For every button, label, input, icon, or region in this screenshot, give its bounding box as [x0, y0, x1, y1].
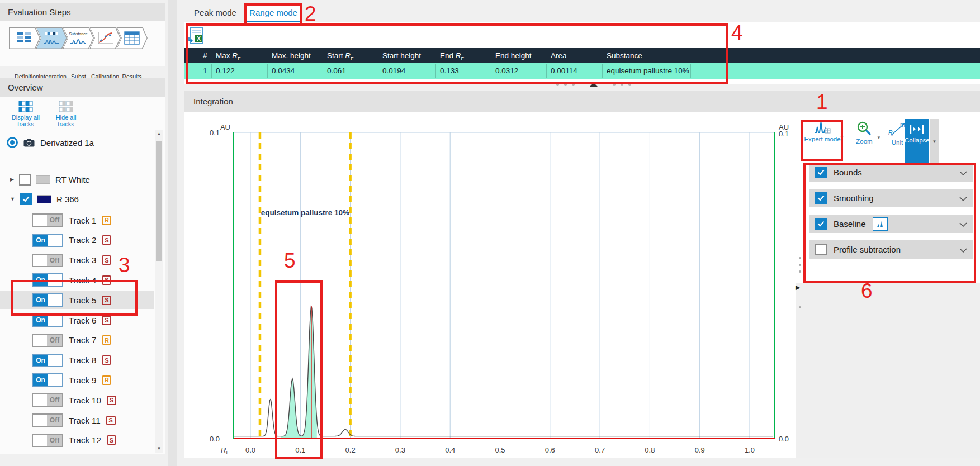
- scroll-down-icon[interactable]: ▼: [155, 446, 163, 451]
- group-label: R 366: [56, 194, 79, 204]
- track-row-track-5[interactable]: OnTrack 5S: [0, 291, 154, 309]
- analysis-item-derivatized-1a[interactable]: Derivatized 1a: [7, 134, 94, 151]
- track-row-track-7[interactable]: OffTrack 7R: [0, 331, 154, 349]
- track-row-track-12[interactable]: OffTrack 12S: [0, 431, 154, 449]
- track-visibility-toggle[interactable]: On: [32, 273, 63, 287]
- scroll-up-icon[interactable]: ▲: [155, 131, 163, 136]
- track-visibility-toggle[interactable]: On: [32, 354, 63, 367]
- hide-all-tracks-button[interactable]: Hide all tracks: [48, 101, 84, 127]
- table-header-row: #Max RFMax. heightStart RFStart heightEn…: [184, 48, 980, 63]
- track-visibility-toggle[interactable]: Off: [32, 334, 63, 347]
- scrollbar-thumb[interactable]: [156, 141, 162, 261]
- column-header[interactable]: End height: [495, 48, 532, 63]
- track-visibility-toggle[interactable]: Off: [32, 434, 63, 447]
- step-definition[interactable]: [9, 27, 40, 49]
- track-type-badge: S: [102, 355, 111, 365]
- step-results[interactable]: [116, 27, 148, 49]
- substance-assignment-step-icon: Substance: [69, 30, 88, 46]
- option-label: Smoothing: [834, 193, 874, 203]
- expand-caret-icon[interactable]: ▶: [10, 177, 14, 182]
- track-visibility-toggle[interactable]: On: [32, 234, 63, 247]
- chevron-down-icon[interactable]: ▼: [840, 135, 844, 141]
- track-visibility-toggle[interactable]: On: [32, 293, 63, 307]
- track-row-track-6[interactable]: OnTrack 6S: [0, 311, 154, 329]
- column-header[interactable]: #: [203, 48, 207, 63]
- column-header[interactable]: Start height: [382, 48, 421, 63]
- evaluation-steps-strip: Substance Definition Integrat: [0, 21, 165, 66]
- option-baseline[interactable]: Baseline: [809, 215, 973, 233]
- track-label: Track 10: [69, 396, 101, 405]
- step-substance-assignment[interactable]: Substance: [63, 27, 94, 49]
- check-icon: [817, 221, 825, 227]
- step-calibration[interactable]: [89, 27, 121, 49]
- track-row-track-3[interactable]: OffTrack 3S: [0, 251, 154, 269]
- column-separator: [690, 64, 691, 78]
- track-visibility-toggle[interactable]: Off: [32, 393, 63, 407]
- table-cell: 1: [203, 63, 207, 79]
- collapse-dropdown-button[interactable]: ▼: [930, 119, 939, 165]
- analysis-radio-selected[interactable]: [7, 137, 18, 148]
- track-visibility-toggle[interactable]: Off: [32, 213, 63, 227]
- x-tick-label: 0.6: [545, 446, 555, 454]
- option-checkbox[interactable]: [815, 244, 827, 255]
- x-axis-label: RF: [221, 446, 229, 455]
- track-type-badge: S: [102, 235, 111, 245]
- track-visibility-toggle[interactable]: Off: [32, 254, 63, 267]
- overview-title: Overview: [8, 83, 43, 92]
- peak-substance-label: equisetum pallustre 10%: [261, 208, 349, 217]
- column-separator: [267, 64, 268, 78]
- horizontal-splitter[interactable]: [556, 83, 631, 87]
- collapse-up-icon[interactable]: [590, 83, 598, 87]
- x-tick-label: 0.7: [595, 446, 605, 454]
- track-row-track-11[interactable]: OffTrack 11S: [0, 411, 154, 429]
- track-row-track-10[interactable]: OffTrack 10S: [0, 391, 154, 409]
- zoom-button[interactable]: ▼ Zoom: [849, 120, 880, 160]
- expert-mode-button[interactable]: ▼ Expert mode: [802, 120, 843, 160]
- step-integration[interactable]: [36, 27, 67, 49]
- group-checkbox-unchecked[interactable]: [19, 174, 31, 186]
- baseline-preview-icon[interactable]: [873, 217, 888, 231]
- display-all-tracks-button[interactable]: Display all tracks: [8, 101, 44, 127]
- chevron-down-icon[interactable]: ▼: [877, 135, 881, 141]
- export-to-excel-button[interactable]: X: [188, 27, 203, 47]
- group-row-rt-white[interactable]: ▶ RT White: [10, 171, 90, 188]
- column-header[interactable]: Substance: [607, 48, 642, 63]
- chevron-down-icon[interactable]: [959, 219, 967, 229]
- track-type-badge: S: [106, 416, 116, 425]
- track-row-track-1[interactable]: OffTrack 1R: [0, 211, 154, 229]
- group-checkbox-checked[interactable]: [20, 193, 32, 205]
- track-row-track-8[interactable]: OnTrack 8S: [0, 351, 154, 369]
- track-visibility-toggle[interactable]: On: [32, 313, 63, 327]
- tab-peak-mode[interactable]: Peak mode: [186, 3, 244, 22]
- expand-right-panel-icon[interactable]: ▶: [796, 284, 800, 291]
- chevron-down-icon[interactable]: [959, 245, 967, 254]
- option-bounds[interactable]: Bounds: [809, 163, 973, 182]
- option-checkbox[interactable]: [815, 167, 827, 178]
- integration-chart[interactable]: equisetum pallustre 10%AU0.10.0AU0.10.00…: [193, 112, 799, 458]
- group-row-r-366[interactable]: ▼ R 366: [10, 191, 79, 207]
- collapse-button[interactable]: Collapse: [905, 119, 929, 165]
- overview-scrollbar[interactable]: ▲ ▼: [155, 130, 163, 453]
- track-visibility-toggle[interactable]: Off: [32, 413, 63, 427]
- integration-panel: Integration equisetum pallustre 10%AU0.1…: [184, 91, 980, 458]
- track-row-track-4[interactable]: OnTrack 4S: [0, 271, 154, 289]
- option-checkbox[interactable]: [815, 218, 827, 230]
- chevron-down-icon[interactable]: [959, 168, 967, 177]
- option-smoothing[interactable]: Smoothing: [809, 189, 973, 207]
- track-row-track-2[interactable]: OnTrack 2S: [0, 231, 154, 249]
- chevron-down-icon[interactable]: [959, 193, 967, 203]
- tab-range-mode[interactable]: Range mode: [244, 3, 302, 22]
- left-panel-splitter[interactable]: [168, 0, 177, 466]
- track-row-track-9[interactable]: OnTrack 9R: [0, 371, 154, 389]
- column-header[interactable]: Area: [551, 48, 567, 63]
- table-row[interactable]: 10.1220.04340.0610.01940.1330.03120.0011…: [184, 63, 980, 79]
- y-tick-label: 0.0: [779, 435, 789, 443]
- option-profile-subtraction[interactable]: Profile subtraction: [809, 240, 973, 259]
- track-visibility-toggle[interactable]: On: [32, 373, 63, 387]
- option-checkbox[interactable]: [815, 192, 827, 204]
- column-header[interactable]: Max. height: [272, 48, 311, 63]
- track-label: Track 6: [69, 316, 96, 325]
- collapse-caret-icon[interactable]: ▼: [10, 196, 15, 202]
- collapse-icon: [909, 123, 925, 135]
- table-cell: 0.0434: [272, 63, 295, 79]
